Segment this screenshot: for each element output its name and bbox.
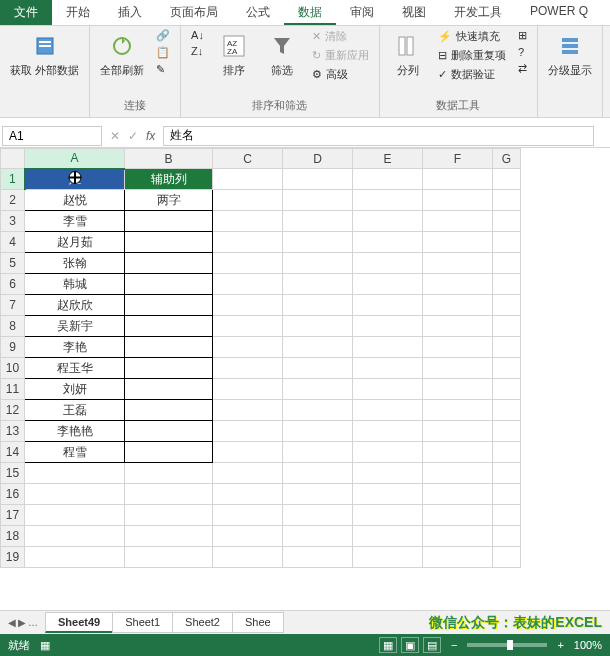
cell-C17[interactable] [213,505,283,526]
cell-G16[interactable] [493,484,521,505]
cell-C1[interactable] [213,169,283,190]
row-header-9[interactable]: 9 [1,337,25,358]
filter-button[interactable]: 筛选 [260,28,304,79]
cell-B7[interactable] [125,295,213,316]
cell-E4[interactable] [353,232,423,253]
cell-D1[interactable] [283,169,353,190]
cell-E8[interactable] [353,316,423,337]
cell-D2[interactable] [283,190,353,211]
cell-G14[interactable] [493,442,521,463]
cell-G8[interactable] [493,316,521,337]
row-header-5[interactable]: 5 [1,253,25,274]
cell-A4[interactable]: 赵月茹 [25,232,125,253]
cell-B13[interactable] [125,421,213,442]
cell-G18[interactable] [493,526,521,547]
cell-F16[interactable] [423,484,493,505]
cell-C19[interactable] [213,547,283,568]
fx-icon[interactable]: fx [146,129,155,143]
cell-D10[interactable] [283,358,353,379]
cell-C6[interactable] [213,274,283,295]
cell-F9[interactable] [423,337,493,358]
sheet-first-icon[interactable]: ◀ [8,617,16,628]
row-header-1[interactable]: 1 [1,169,25,190]
outline-button[interactable]: 分级显示 [544,28,596,79]
cell-C9[interactable] [213,337,283,358]
cell-F14[interactable] [423,442,493,463]
zoom-slider[interactable] [467,643,547,647]
cell-F4[interactable] [423,232,493,253]
cell-G11[interactable] [493,379,521,400]
cell-B11[interactable] [125,379,213,400]
zoom-in-button[interactable]: + [557,639,563,651]
cell-G9[interactable] [493,337,521,358]
col-header-D[interactable]: D [283,149,353,169]
row-header-6[interactable]: 6 [1,274,25,295]
relationships-button[interactable]: ⇄ [514,61,531,76]
cell-E9[interactable] [353,337,423,358]
sheet-prev-icon[interactable]: ▶ [18,617,26,628]
cell-D19[interactable] [283,547,353,568]
row-header-8[interactable]: 8 [1,316,25,337]
cell-A6[interactable]: 韩城 [25,274,125,295]
cell-A8[interactable]: 吴新宇 [25,316,125,337]
cell-E7[interactable] [353,295,423,316]
cell-B5[interactable] [125,253,213,274]
cell-F17[interactable] [423,505,493,526]
cell-F18[interactable] [423,526,493,547]
cell-F7[interactable] [423,295,493,316]
cell-E19[interactable] [353,547,423,568]
consolidate-button[interactable]: ⊞ [514,28,531,43]
cell-B16[interactable] [125,484,213,505]
cell-G4[interactable] [493,232,521,253]
cell-G13[interactable] [493,421,521,442]
ribbon-tab-插入[interactable]: 插入 [104,0,156,25]
cell-C15[interactable] [213,463,283,484]
cell-D15[interactable] [283,463,353,484]
cell-D12[interactable] [283,400,353,421]
cell-F8[interactable] [423,316,493,337]
spreadsheet-grid[interactable]: ABCDEFG1姓辅助列2赵悦两字3李雪4赵月茹5张翰6韩城7赵欣欣8吴新宇9李… [0,148,610,610]
cell-E13[interactable] [353,421,423,442]
cell-C10[interactable] [213,358,283,379]
cell-B19[interactable] [125,547,213,568]
cell-F1[interactable] [423,169,493,190]
cell-D3[interactable] [283,211,353,232]
col-header-F[interactable]: F [423,149,493,169]
cell-F6[interactable] [423,274,493,295]
cell-B2[interactable]: 两字 [125,190,213,211]
cell-B12[interactable] [125,400,213,421]
cell-B3[interactable] [125,211,213,232]
clear-filter-button[interactable]: ✕清除 [308,28,373,45]
cell-C4[interactable] [213,232,283,253]
cell-F2[interactable] [423,190,493,211]
ribbon-tab-文件[interactable]: 文件 [0,0,52,25]
ribbon-tab-数据[interactable]: 数据 [284,0,336,25]
cell-C3[interactable] [213,211,283,232]
cell-G19[interactable] [493,547,521,568]
cell-E6[interactable] [353,274,423,295]
cell-A12[interactable]: 王磊 [25,400,125,421]
remove-duplicates-button[interactable]: ⊟删除重复项 [434,47,510,64]
ribbon-tab-POWER Q[interactable]: POWER Q [516,0,602,25]
select-all-corner[interactable] [1,149,25,169]
page-break-button[interactable]: ▤ [423,637,441,653]
zoom-level[interactable]: 100% [574,639,602,651]
advanced-filter-button[interactable]: ⚙高级 [308,66,373,83]
cell-A3[interactable]: 李雪 [25,211,125,232]
row-header-2[interactable]: 2 [1,190,25,211]
cell-C8[interactable] [213,316,283,337]
cell-C7[interactable] [213,295,283,316]
cell-D14[interactable] [283,442,353,463]
cell-B14[interactable] [125,442,213,463]
cell-E14[interactable] [353,442,423,463]
cell-A5[interactable]: 张翰 [25,253,125,274]
cell-F11[interactable] [423,379,493,400]
ribbon-tab-页面布局[interactable]: 页面布局 [156,0,232,25]
cell-C2[interactable] [213,190,283,211]
cell-E3[interactable] [353,211,423,232]
enter-icon[interactable]: ✓ [128,129,138,143]
properties-button[interactable]: 📋 [152,45,174,60]
cell-G7[interactable] [493,295,521,316]
cell-B4[interactable] [125,232,213,253]
flash-fill-button[interactable]: ⚡快速填充 [434,28,510,45]
